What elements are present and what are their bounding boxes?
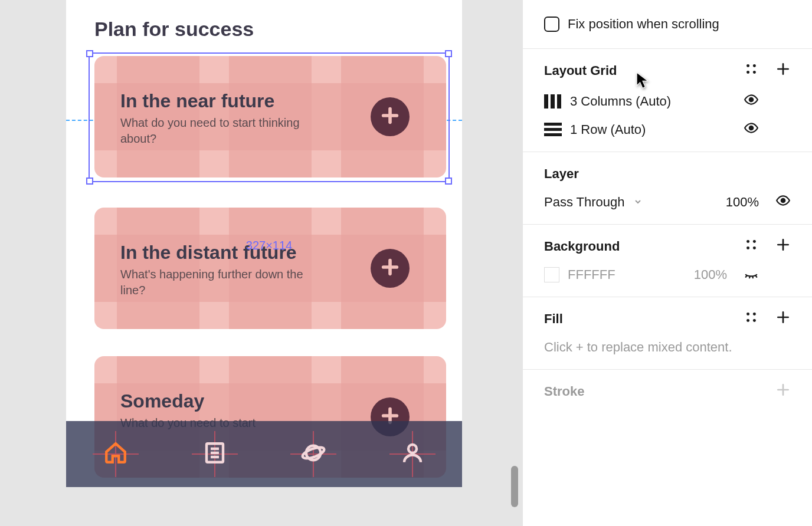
eye-icon — [744, 120, 759, 139]
nav-home[interactable] — [95, 433, 136, 475]
page-title: Plan for success — [94, 18, 254, 41]
layout-grid-title: Layout Grid — [544, 63, 617, 78]
section-background: Background FFFFFF 100% — [523, 225, 812, 297]
card-title: Someday — [120, 390, 204, 412]
nav-list[interactable] — [194, 433, 235, 475]
stroke-title: Stroke — [544, 384, 584, 399]
design-canvas[interactable]: Plan for success In the near future What… — [0, 0, 522, 526]
svg-point-6 — [746, 71, 749, 74]
background-opacity-input[interactable]: 100% — [694, 267, 727, 282]
background-hex-input[interactable]: FFFFFF — [568, 267, 615, 282]
nav-explore[interactable] — [293, 433, 334, 475]
svg-point-4 — [746, 64, 749, 67]
planet-icon — [301, 440, 326, 468]
section-fill: Fill Click + to replace mixed content. — [523, 297, 812, 370]
card-distant-future[interactable]: In the distant future What's happening f… — [94, 208, 446, 329]
svg-point-8 — [749, 98, 754, 102]
svg-point-15 — [746, 313, 749, 315]
fill-title: Fill — [544, 311, 563, 327]
svg-point-18 — [753, 319, 756, 322]
svg-point-5 — [753, 64, 756, 67]
eye-icon — [744, 92, 759, 111]
rows-icon[interactable] — [544, 123, 562, 137]
list-icon — [202, 440, 227, 468]
styles-icon — [744, 61, 759, 80]
svg-point-12 — [753, 240, 756, 243]
svg-point-13 — [746, 246, 749, 249]
properties-panel: Fix position when scrolling Layout Grid — [522, 0, 812, 526]
plus-icon — [775, 237, 791, 256]
layer-opacity-input[interactable]: 100% — [726, 195, 759, 210]
section-layer: Layer Pass Through 100% — [523, 152, 812, 225]
section-layout-grid: Layout Grid 3 Columns (Auto) — [523, 49, 812, 152]
plus-icon — [380, 106, 400, 128]
fill-styles-button[interactable] — [744, 311, 759, 327]
svg-point-14 — [753, 246, 756, 249]
toggle-visibility-button[interactable] — [744, 267, 759, 282]
fill-placeholder: Click + to replace mixed content. — [544, 340, 732, 355]
layout-grid-styles-button[interactable] — [744, 63, 759, 78]
card-near-future[interactable]: In the near future What do you need to s… — [94, 56, 446, 177]
card-title: In the near future — [120, 90, 274, 112]
background-add-button[interactable] — [775, 239, 791, 254]
layout-grid-item-label[interactable]: 3 Columns (Auto) — [570, 94, 671, 109]
card-subtitle: What's happening further down the line? — [120, 267, 309, 298]
fill-add-button[interactable] — [775, 311, 791, 327]
nav-profile[interactable] — [392, 433, 433, 475]
remove-background-button[interactable] — [775, 267, 791, 282]
plus-icon — [775, 382, 791, 401]
layout-grid-item-label[interactable]: 1 Row (Auto) — [570, 122, 646, 137]
layout-grid-add-button[interactable] — [775, 63, 791, 78]
plus-icon — [380, 257, 400, 280]
plus-icon — [775, 61, 791, 80]
toggle-visibility-button[interactable] — [744, 122, 759, 137]
user-icon — [400, 440, 425, 468]
card-subtitle: What do you need to start thinking about… — [120, 115, 309, 147]
background-title: Background — [544, 239, 620, 254]
styles-icon — [744, 310, 759, 328]
columns-icon[interactable] — [544, 94, 562, 109]
remove-grid-button[interactable] — [775, 122, 791, 137]
fix-position-checkbox[interactable] — [544, 17, 559, 32]
home-icon — [103, 440, 128, 468]
blend-mode-select[interactable]: Pass Through — [544, 195, 625, 210]
svg-point-3 — [408, 445, 417, 453]
stroke-add-button[interactable] — [775, 384, 791, 399]
plus-icon — [775, 310, 791, 328]
artboard-frame[interactable]: Plan for success In the near future What… — [66, 0, 462, 487]
add-button[interactable] — [371, 249, 410, 288]
svg-point-10 — [781, 199, 785, 203]
fix-position-label: Fix position when scrolling — [568, 17, 719, 32]
chevron-down-icon — [633, 195, 643, 210]
add-button[interactable] — [371, 97, 410, 136]
svg-point-11 — [746, 240, 749, 243]
toggle-visibility-button[interactable] — [775, 195, 791, 210]
card-title: In the distant future — [120, 242, 297, 264]
bottom-nav — [66, 421, 462, 487]
scrollbar-thumb[interactable] — [511, 466, 518, 507]
svg-point-2 — [302, 445, 326, 461]
styles-icon — [744, 237, 759, 256]
toggle-visibility-button[interactable] — [744, 94, 759, 109]
background-styles-button[interactable] — [744, 239, 759, 254]
svg-point-9 — [749, 126, 754, 130]
svg-point-16 — [753, 313, 756, 315]
layer-title: Layer — [544, 166, 579, 182]
section-constraints: Fix position when scrolling — [523, 0, 812, 49]
eye-closed-icon — [744, 265, 759, 284]
eye-icon — [775, 193, 791, 212]
remove-grid-button[interactable] — [775, 94, 791, 109]
background-swatch[interactable] — [544, 267, 559, 282]
section-stroke: Stroke — [523, 370, 812, 413]
svg-point-7 — [753, 71, 756, 74]
svg-point-17 — [746, 319, 749, 322]
